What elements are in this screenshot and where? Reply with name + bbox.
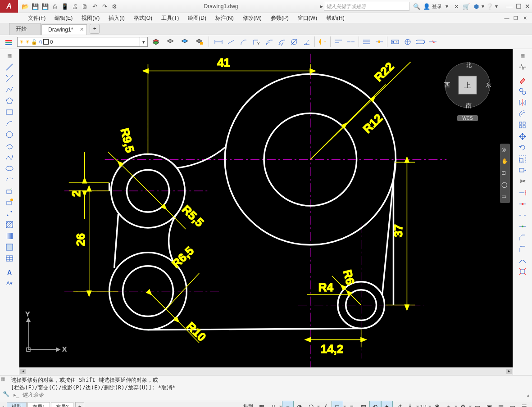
steering-wheel-icon[interactable]: ◎: [501, 146, 509, 154]
print-icon[interactable]: 🖨: [70, 2, 79, 11]
undo-icon[interactable]: ↶: [90, 2, 99, 11]
cart-icon[interactable]: 🛒: [462, 2, 471, 11]
scale-icon[interactable]: [517, 154, 528, 163]
open-icon[interactable]: 📂: [21, 2, 30, 11]
menu-view[interactable]: 视图(V): [77, 14, 104, 23]
mobile-icon[interactable]: 📱: [60, 2, 69, 11]
dropdown-icon[interactable]: ▾: [140, 37, 147, 46]
selection-filter-icon[interactable]: 人: [405, 401, 416, 407]
region-icon[interactable]: [4, 242, 15, 252]
polygon-icon[interactable]: [4, 96, 15, 105]
spline-icon[interactable]: [4, 152, 15, 162]
3dosnap-icon[interactable]: ✦: [381, 401, 393, 407]
rectangle-icon[interactable]: [4, 107, 15, 117]
close-button[interactable]: ✕: [523, 2, 532, 11]
search-input[interactable]: 键入关键字或短语: [324, 2, 409, 11]
zoom-extents-icon[interactable]: ⊡: [501, 170, 509, 177]
dimbreak-icon[interactable]: [373, 36, 386, 48]
doc-restore-button[interactable]: ❐: [511, 14, 520, 23]
wcs-label[interactable]: WCS: [457, 115, 478, 121]
hardware-accel-icon[interactable]: ☰: [518, 401, 530, 407]
centermark-icon[interactable]: [401, 36, 414, 48]
redo-icon[interactable]: ↷: [100, 2, 109, 11]
layer-off-icon[interactable]: [164, 36, 177, 48]
showmotion-icon[interactable]: ▭: [501, 193, 509, 200]
rotate-icon[interactable]: [517, 143, 528, 152]
layer-lock-icon[interactable]: [193, 36, 205, 48]
anno-visibility-icon[interactable]: ✱: [431, 401, 443, 407]
dim-arc-icon[interactable]: [237, 36, 250, 48]
otrack-icon[interactable]: ∠: [320, 401, 332, 407]
polar-icon[interactable]: ◔: [294, 401, 305, 407]
break-icon[interactable]: [517, 210, 528, 220]
xline-icon[interactable]: [4, 73, 15, 83]
model-space-button[interactable]: 模型: [241, 401, 256, 407]
app-logo-icon[interactable]: A: [0, 0, 18, 13]
menu-parametric[interactable]: 参数(P): [266, 14, 293, 23]
tolerance-icon[interactable]: .1: [389, 36, 401, 48]
array-icon[interactable]: [517, 120, 528, 130]
menu-insert[interactable]: 插入(I): [104, 14, 129, 23]
copy-icon[interactable]: [517, 86, 528, 96]
revcloud-icon[interactable]: [4, 141, 15, 150]
doc-minimize-button[interactable]: —: [502, 14, 511, 23]
search-icon[interactable]: 🔍: [412, 2, 421, 11]
saveas-icon[interactable]: 💾: [41, 2, 50, 11]
anno-scale-label[interactable]: 1:1: [419, 401, 428, 407]
polyline-icon[interactable]: [4, 85, 15, 94]
orbit-icon[interactable]: ◯: [501, 181, 509, 189]
layer-dropdown[interactable]: ☀ ☀ 🔓 ⎙ 0 ▾: [17, 37, 148, 47]
quickdim-icon[interactable]: [316, 36, 329, 48]
menu-help[interactable]: 帮助(H): [322, 14, 349, 23]
workspace-icon[interactable]: ⚙: [110, 2, 119, 11]
arc-icon[interactable]: [4, 118, 15, 128]
exchange-icon[interactable]: ✕: [452, 2, 461, 11]
dashboard-icon[interactable]: ▦: [3, 51, 16, 60]
diminspect-icon[interactable]: [414, 36, 427, 48]
units-icon[interactable]: ▣: [483, 401, 495, 407]
dim-continue-icon[interactable]: [345, 36, 357, 48]
tab-start[interactable]: 开始: [9, 23, 41, 35]
lineweight-icon[interactable]: ≡: [346, 401, 358, 407]
text-icon-1[interactable]: A: [4, 267, 15, 277]
cmd-expand-icon[interactable]: ▴: [527, 393, 529, 398]
menu-tools[interactable]: 工具(T): [157, 14, 183, 23]
dimspace-icon[interactable]: [360, 36, 373, 48]
make-block-icon[interactable]: [4, 197, 15, 207]
model-tab[interactable]: 模型: [7, 402, 27, 407]
anno-monitor-icon[interactable]: ▭: [472, 401, 483, 407]
dropdown-icon[interactable]: +: [443, 401, 455, 407]
gradient-icon[interactable]: [4, 231, 15, 240]
grid-icon[interactable]: ▦: [256, 401, 268, 407]
dim-diameter-icon[interactable]: [288, 36, 300, 48]
quick-props-icon[interactable]: ▤: [495, 401, 507, 407]
circle-icon[interactable]: [4, 130, 15, 139]
dim-baseline-icon[interactable]: [332, 36, 345, 48]
menu-file[interactable]: 文件(F): [23, 14, 50, 23]
dim-ordinate-icon[interactable]: Y: [250, 36, 263, 48]
maximize-button[interactable]: ☐: [514, 2, 523, 11]
join-icon[interactable]: [517, 222, 528, 231]
tab-close-icon[interactable]: ✕: [80, 27, 84, 32]
drawing-canvas[interactable]: 41 R22 R12 R9,5 R5,5 2: [19, 49, 513, 375]
minimize-button[interactable]: —: [505, 2, 514, 11]
viewcube[interactable]: 北 南 西 东 上 WCS: [441, 58, 495, 112]
fillet-icon[interactable]: [517, 244, 528, 253]
menu-draw[interactable]: 绘图(D): [183, 14, 211, 23]
blend-icon[interactable]: [517, 255, 528, 265]
osnap-2d-icon[interactable]: ◻: [332, 401, 343, 407]
layer-properties-icon[interactable]: [3, 36, 15, 48]
new-icon[interactable]: 🗎: [80, 2, 89, 11]
explode-icon[interactable]: [517, 267, 528, 276]
hatch-icon[interactable]: [4, 220, 15, 229]
mirror-icon[interactable]: [517, 98, 528, 107]
dim-angular-icon[interactable]: [300, 36, 313, 48]
help-icon[interactable]: ❔: [485, 2, 494, 11]
lock-ui-icon[interactable]: ▭: [507, 401, 518, 407]
login-label[interactable]: 登录: [432, 3, 442, 10]
menu-modify[interactable]: 修改(M): [238, 14, 266, 23]
dim-linear-icon[interactable]: [212, 36, 225, 48]
stretch-icon[interactable]: [517, 165, 528, 175]
wrench-icon[interactable]: 🔧: [3, 391, 11, 399]
move-icon[interactable]: [517, 131, 528, 141]
